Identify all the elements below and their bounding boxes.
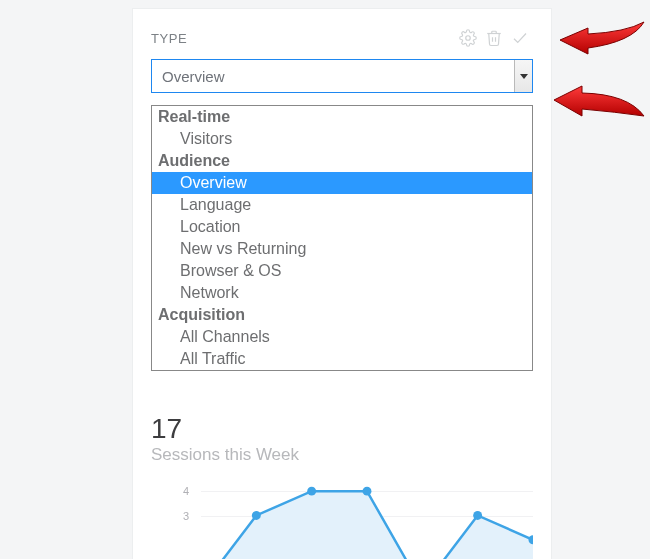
y-tick-label: 4 <box>183 485 189 497</box>
dropdown-item[interactable]: New vs Returning <box>152 238 532 260</box>
dropdown-item[interactable]: Browser & OS <box>152 260 532 282</box>
dropdown-item[interactable]: Overview <box>152 172 532 194</box>
y-tick-label: 3 <box>183 510 189 522</box>
chevron-down-icon <box>520 74 528 79</box>
dropdown-group: Audience <box>152 150 532 172</box>
type-select-handle[interactable] <box>514 60 532 92</box>
dropdown-item[interactable]: Language <box>152 194 532 216</box>
sessions-chart: 34 <box>151 479 533 559</box>
settings-button[interactable] <box>455 27 481 49</box>
dropdown-item[interactable]: All Traffic <box>152 348 532 370</box>
dropdown-item[interactable]: All Channels <box>152 326 532 348</box>
stat-block: 17 Sessions this Week <box>151 413 299 465</box>
check-icon <box>510 29 530 47</box>
card-header: TYPE <box>133 9 551 59</box>
annotation-arrow-top <box>558 18 648 66</box>
gear-icon <box>459 29 477 47</box>
confirm-button[interactable] <box>507 27 533 49</box>
dropdown-item[interactable]: Visitors <box>152 128 532 150</box>
annotation-arrow-bottom <box>552 82 648 138</box>
chart-area <box>201 491 533 559</box>
type-select-value[interactable]: Overview <box>151 59 533 93</box>
dropdown-group: Real-time <box>152 106 532 128</box>
type-dropdown[interactable]: Real-timeVisitorsAudienceOverviewLanguag… <box>151 105 533 371</box>
chart-svg <box>201 479 533 559</box>
dropdown-group: Acquisition <box>152 304 532 326</box>
trash-icon <box>485 29 503 47</box>
type-select[interactable]: Overview <box>151 59 533 93</box>
stat-label: Sessions this Week <box>151 445 299 465</box>
stat-value: 17 <box>151 413 299 445</box>
dropdown-item[interactable]: Network <box>152 282 532 304</box>
chart-point <box>473 511 482 520</box>
svg-point-0 <box>466 36 471 41</box>
dropdown-item[interactable]: Location <box>152 216 532 238</box>
chart-point <box>363 487 372 496</box>
chart-point <box>252 511 261 520</box>
delete-button[interactable] <box>481 27 507 49</box>
type-label: TYPE <box>151 31 455 46</box>
widget-card: TYPE Overview Real-timeVisitor <box>132 8 552 559</box>
chart-point <box>307 487 316 496</box>
